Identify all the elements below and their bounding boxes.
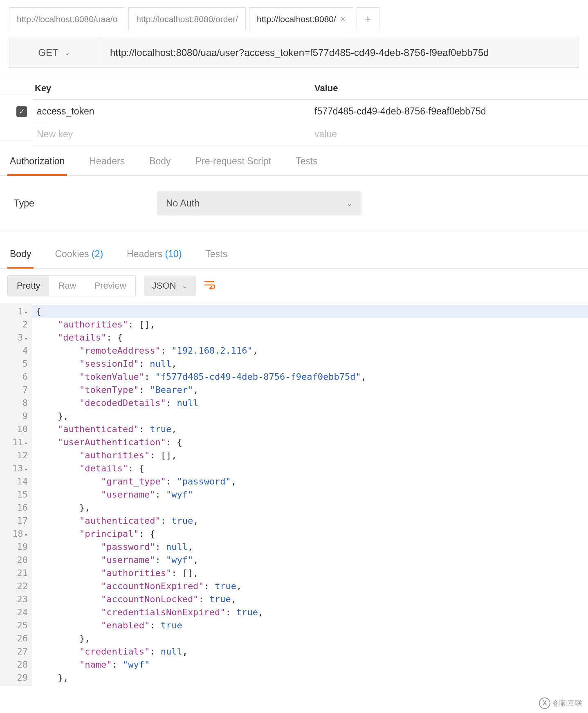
resp-tab-headers[interactable]: Headers (10): [124, 241, 184, 268]
tab-body[interactable]: Body: [147, 148, 173, 175]
request-tabs-bar: http://localhost:8080/uaa/o http://local…: [0, 0, 588, 30]
close-icon[interactable]: ×: [340, 14, 346, 25]
code-content[interactable]: { "authorities": [], "details": { "remot…: [32, 303, 588, 686]
request-tab-active[interactable]: http://localhost:8080/ ×: [249, 7, 353, 30]
tab-label: http://localhost:8080/order/: [136, 14, 238, 24]
plus-icon: +: [365, 13, 371, 25]
param-value[interactable]: f577d485-cd49-4deb-8756-f9eaf0ebb75d: [310, 100, 588, 123]
params-table: Key Value ✓ access_token f577d485-cd49-4…: [0, 77, 588, 146]
auth-selected: No Auth: [166, 198, 200, 209]
chevron-down-icon: ⌄: [182, 281, 188, 290]
resp-tab-body[interactable]: Body: [7, 241, 34, 269]
response-tabs: Body Cookies (2) Headers (10) Tests: [0, 241, 588, 269]
param-row[interactable]: ✓ access_token f577d485-cd49-4deb-8756-f…: [0, 100, 588, 123]
line-gutter: 1▾23▾4567891011▾1213▾1415161718▾19202122…: [0, 303, 32, 686]
response-body: 1▾23▾4567891011▾1213▾1415161718▾19202122…: [0, 303, 588, 686]
col-key: Key: [33, 77, 310, 100]
mode-raw[interactable]: Raw: [49, 276, 85, 296]
request-tab[interactable]: http://localhost:8080/uaa/o: [9, 7, 125, 30]
tab-prerequest[interactable]: Pre-request Script: [193, 148, 274, 175]
method-label: GET: [38, 47, 58, 58]
wrap-lines-icon[interactable]: [204, 280, 215, 292]
tab-headers[interactable]: Headers: [87, 148, 127, 175]
body-toolbar: Pretty Raw Preview JSON ⌄: [0, 269, 588, 303]
param-new-value[interactable]: value: [310, 123, 588, 146]
params-header: Key Value: [0, 77, 588, 100]
http-method-select[interactable]: GET ⌄: [9, 38, 99, 67]
auth-type-label: Type: [14, 198, 34, 209]
col-value: Value: [310, 77, 588, 100]
tab-tests[interactable]: Tests: [293, 148, 320, 175]
chevron-down-icon: ⌄: [346, 199, 352, 208]
tab-label: http://localhost:8080/: [257, 14, 336, 24]
tab-label: http://localhost:8080/uaa/o: [17, 14, 117, 24]
chevron-down-icon: ⌄: [64, 48, 70, 57]
format-select[interactable]: JSON ⌄: [144, 276, 196, 296]
tab-authorization[interactable]: Authorization: [7, 148, 67, 176]
auth-type-select[interactable]: No Auth ⌄: [157, 191, 361, 215]
request-sub-tabs: Authorization Headers Body Pre-request S…: [0, 148, 588, 176]
mode-pretty[interactable]: Pretty: [8, 276, 49, 296]
request-tab[interactable]: http://localhost:8080/order/: [128, 7, 246, 30]
url-input[interactable]: [99, 38, 579, 67]
request-row: GET ⌄: [9, 38, 579, 68]
view-mode-group: Pretty Raw Preview: [7, 275, 136, 296]
param-new-key[interactable]: New key: [33, 123, 310, 146]
mode-preview[interactable]: Preview: [85, 276, 135, 296]
param-row-new[interactable]: New key value: [0, 123, 588, 146]
checkbox-checked-icon[interactable]: ✓: [16, 106, 27, 117]
param-key[interactable]: access_token: [33, 100, 310, 123]
resp-tab-cookies[interactable]: Cookies (2): [52, 241, 105, 268]
authorization-panel: Type No Auth ⌄: [0, 176, 588, 231]
resp-tab-tests[interactable]: Tests: [203, 241, 230, 268]
add-tab-button[interactable]: +: [357, 7, 379, 30]
